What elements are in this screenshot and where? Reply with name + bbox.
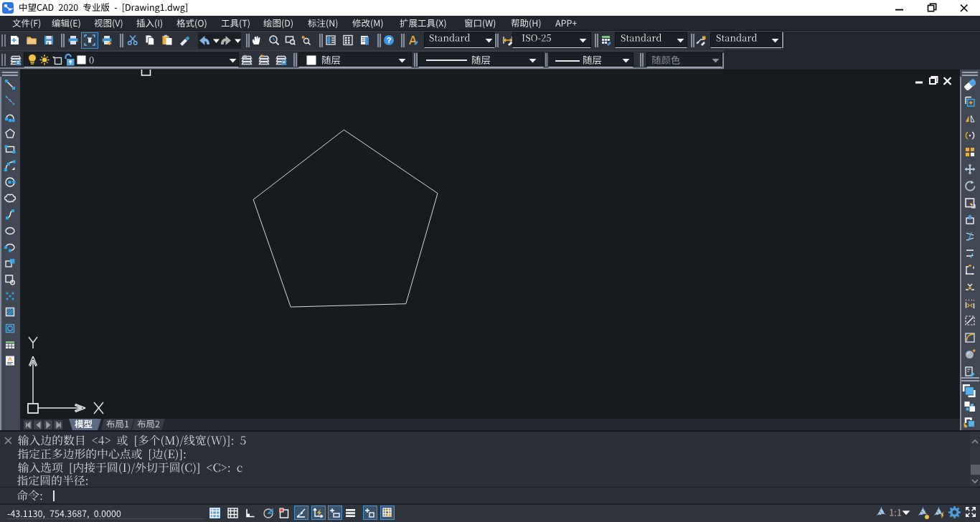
svg-text:?: ? xyxy=(387,36,392,44)
